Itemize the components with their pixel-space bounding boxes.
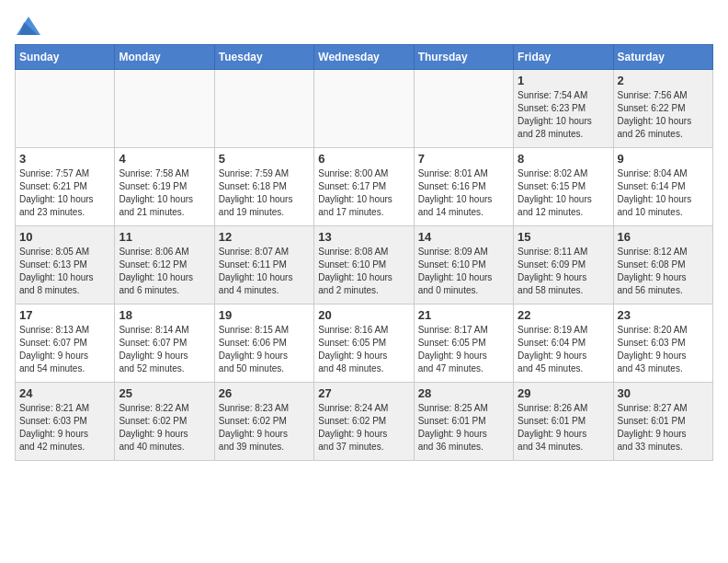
day-info: Sunrise: 8:09 AM Sunset: 6:10 PM Dayligh… bbox=[418, 246, 509, 297]
calendar-cell: 9Sunrise: 8:04 AM Sunset: 6:14 PM Daylig… bbox=[613, 148, 712, 226]
day-info: Sunrise: 8:22 AM Sunset: 6:02 PM Dayligh… bbox=[119, 402, 210, 454]
day-info: Sunrise: 8:14 AM Sunset: 6:07 PM Dayligh… bbox=[119, 324, 210, 375]
day-number: 6 bbox=[318, 152, 409, 166]
day-info: Sunrise: 8:07 AM Sunset: 6:11 PM Dayligh… bbox=[219, 246, 310, 297]
calendar-cell: 20Sunrise: 8:16 AM Sunset: 6:05 PM Dayli… bbox=[314, 304, 414, 383]
day-number: 17 bbox=[19, 308, 110, 322]
calendar-cell bbox=[115, 70, 214, 148]
day-info: Sunrise: 7:54 AM Sunset: 6:23 PM Dayligh… bbox=[518, 89, 609, 141]
day-number: 5 bbox=[219, 152, 310, 166]
day-info: Sunrise: 8:16 AM Sunset: 6:05 PM Dayligh… bbox=[318, 324, 409, 375]
calendar-cell: 22Sunrise: 8:19 AM Sunset: 6:04 PM Dayli… bbox=[514, 304, 613, 383]
calendar-table: SundayMondayTuesdayWednesdayThursdayFrid… bbox=[15, 44, 713, 461]
calendar-cell: 12Sunrise: 8:07 AM Sunset: 6:11 PM Dayli… bbox=[214, 226, 313, 304]
day-info: Sunrise: 8:11 AM Sunset: 6:09 PM Dayligh… bbox=[518, 246, 609, 297]
calendar-cell: 11Sunrise: 8:06 AM Sunset: 6:12 PM Dayli… bbox=[115, 226, 214, 304]
calendar-cell: 30Sunrise: 8:27 AM Sunset: 6:01 PM Dayli… bbox=[613, 383, 712, 461]
calendar-cell: 29Sunrise: 8:26 AM Sunset: 6:01 PM Dayli… bbox=[514, 383, 613, 461]
calendar-cell bbox=[314, 70, 414, 148]
calendar-cell: 8Sunrise: 8:02 AM Sunset: 6:15 PM Daylig… bbox=[514, 148, 613, 226]
calendar-cell: 23Sunrise: 8:20 AM Sunset: 6:03 PM Dayli… bbox=[613, 304, 712, 383]
calendar-cell: 13Sunrise: 8:08 AM Sunset: 6:10 PM Dayli… bbox=[314, 226, 414, 304]
calendar-cell: 18Sunrise: 8:14 AM Sunset: 6:07 PM Dayli… bbox=[115, 304, 214, 383]
day-info: Sunrise: 8:19 AM Sunset: 6:04 PM Dayligh… bbox=[518, 324, 609, 375]
calendar-cell: 2Sunrise: 7:56 AM Sunset: 6:22 PM Daylig… bbox=[613, 70, 712, 148]
day-number: 3 bbox=[19, 152, 110, 166]
day-number: 23 bbox=[618, 308, 709, 322]
day-number: 15 bbox=[518, 230, 609, 244]
day-number: 13 bbox=[318, 230, 409, 244]
calendar-cell: 19Sunrise: 8:15 AM Sunset: 6:06 PM Dayli… bbox=[214, 304, 313, 383]
day-info: Sunrise: 8:05 AM Sunset: 6:13 PM Dayligh… bbox=[19, 246, 110, 297]
logo bbox=[15, 15, 46, 37]
calendar-cell: 14Sunrise: 8:09 AM Sunset: 6:10 PM Dayli… bbox=[414, 226, 513, 304]
day-number: 21 bbox=[418, 308, 509, 322]
day-number: 11 bbox=[119, 230, 210, 244]
day-info: Sunrise: 8:15 AM Sunset: 6:06 PM Dayligh… bbox=[219, 324, 310, 375]
weekday-header: Friday bbox=[514, 45, 613, 70]
day-info: Sunrise: 8:12 AM Sunset: 6:08 PM Dayligh… bbox=[618, 246, 709, 297]
day-number: 22 bbox=[518, 308, 609, 322]
day-info: Sunrise: 7:58 AM Sunset: 6:19 PM Dayligh… bbox=[119, 167, 210, 219]
day-number: 18 bbox=[119, 308, 210, 322]
calendar-cell bbox=[414, 70, 513, 148]
calendar-cell: 15Sunrise: 8:11 AM Sunset: 6:09 PM Dayli… bbox=[514, 226, 613, 304]
calendar-cell: 21Sunrise: 8:17 AM Sunset: 6:05 PM Dayli… bbox=[414, 304, 513, 383]
day-info: Sunrise: 7:56 AM Sunset: 6:22 PM Dayligh… bbox=[618, 89, 709, 141]
day-info: Sunrise: 8:08 AM Sunset: 6:10 PM Dayligh… bbox=[318, 246, 409, 297]
day-info: Sunrise: 8:04 AM Sunset: 6:14 PM Dayligh… bbox=[618, 167, 709, 219]
calendar-cell: 1Sunrise: 7:54 AM Sunset: 6:23 PM Daylig… bbox=[514, 70, 613, 148]
day-info: Sunrise: 8:21 AM Sunset: 6:03 PM Dayligh… bbox=[19, 402, 110, 454]
day-number: 27 bbox=[318, 386, 409, 400]
weekday-header: Tuesday bbox=[214, 45, 313, 70]
calendar-cell bbox=[214, 70, 313, 148]
day-number: 4 bbox=[119, 152, 210, 166]
day-number: 28 bbox=[418, 386, 509, 400]
weekday-header: Monday bbox=[115, 45, 214, 70]
weekday-header: Thursday bbox=[414, 45, 513, 70]
day-number: 14 bbox=[418, 230, 509, 244]
day-info: Sunrise: 8:06 AM Sunset: 6:12 PM Dayligh… bbox=[119, 246, 210, 297]
calendar-cell: 6Sunrise: 8:00 AM Sunset: 6:17 PM Daylig… bbox=[314, 148, 414, 226]
day-info: Sunrise: 8:23 AM Sunset: 6:02 PM Dayligh… bbox=[219, 402, 310, 454]
calendar-cell bbox=[16, 70, 115, 148]
day-number: 19 bbox=[219, 308, 310, 322]
weekday-header: Sunday bbox=[16, 45, 115, 70]
day-number: 20 bbox=[318, 308, 409, 322]
weekday-header: Wednesday bbox=[314, 45, 414, 70]
header bbox=[15, 15, 713, 37]
calendar-cell: 4Sunrise: 7:58 AM Sunset: 6:19 PM Daylig… bbox=[115, 148, 214, 226]
day-info: Sunrise: 7:57 AM Sunset: 6:21 PM Dayligh… bbox=[19, 167, 110, 219]
calendar-cell: 3Sunrise: 7:57 AM Sunset: 6:21 PM Daylig… bbox=[16, 148, 115, 226]
calendar-cell: 28Sunrise: 8:25 AM Sunset: 6:01 PM Dayli… bbox=[414, 383, 513, 461]
day-number: 29 bbox=[518, 386, 609, 400]
calendar-cell: 10Sunrise: 8:05 AM Sunset: 6:13 PM Dayli… bbox=[16, 226, 115, 304]
day-number: 30 bbox=[618, 386, 709, 400]
calendar-cell: 27Sunrise: 8:24 AM Sunset: 6:02 PM Dayli… bbox=[314, 383, 414, 461]
day-info: Sunrise: 8:17 AM Sunset: 6:05 PM Dayligh… bbox=[418, 324, 509, 375]
day-info: Sunrise: 8:25 AM Sunset: 6:01 PM Dayligh… bbox=[418, 402, 509, 454]
calendar-cell: 17Sunrise: 8:13 AM Sunset: 6:07 PM Dayli… bbox=[16, 304, 115, 383]
day-number: 25 bbox=[119, 386, 210, 400]
day-info: Sunrise: 8:01 AM Sunset: 6:16 PM Dayligh… bbox=[418, 167, 509, 219]
day-info: Sunrise: 7:59 AM Sunset: 6:18 PM Dayligh… bbox=[219, 167, 310, 219]
day-number: 2 bbox=[618, 74, 709, 87]
day-info: Sunrise: 8:02 AM Sunset: 6:15 PM Dayligh… bbox=[518, 167, 609, 219]
calendar-cell: 25Sunrise: 8:22 AM Sunset: 6:02 PM Dayli… bbox=[115, 383, 214, 461]
logo-icon bbox=[15, 15, 42, 37]
day-number: 16 bbox=[618, 230, 709, 244]
day-info: Sunrise: 8:27 AM Sunset: 6:01 PM Dayligh… bbox=[618, 402, 709, 454]
calendar-cell: 5Sunrise: 7:59 AM Sunset: 6:18 PM Daylig… bbox=[214, 148, 313, 226]
day-info: Sunrise: 8:24 AM Sunset: 6:02 PM Dayligh… bbox=[318, 402, 409, 454]
day-number: 8 bbox=[518, 152, 609, 166]
calendar-cell: 16Sunrise: 8:12 AM Sunset: 6:08 PM Dayli… bbox=[613, 226, 712, 304]
day-info: Sunrise: 8:00 AM Sunset: 6:17 PM Dayligh… bbox=[318, 167, 409, 219]
weekday-header: Saturday bbox=[613, 45, 712, 70]
calendar-cell: 24Sunrise: 8:21 AM Sunset: 6:03 PM Dayli… bbox=[16, 383, 115, 461]
day-number: 24 bbox=[19, 386, 110, 400]
day-number: 9 bbox=[618, 152, 709, 166]
day-number: 10 bbox=[19, 230, 110, 244]
day-info: Sunrise: 8:20 AM Sunset: 6:03 PM Dayligh… bbox=[618, 324, 709, 375]
day-info: Sunrise: 8:26 AM Sunset: 6:01 PM Dayligh… bbox=[518, 402, 609, 454]
day-number: 26 bbox=[219, 386, 310, 400]
